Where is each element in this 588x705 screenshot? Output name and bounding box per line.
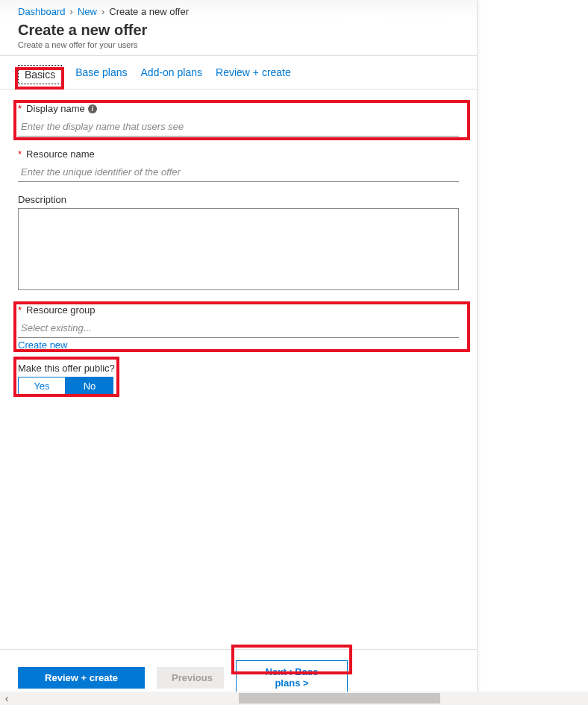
field-resource-name: * Resource name (18, 148, 459, 182)
scrollbar-thumb[interactable] (239, 693, 440, 704)
form-area: * Display name i * Resource name Descrip… (0, 90, 477, 649)
required-marker: * (18, 304, 22, 316)
tab-basics[interactable]: Basics (18, 65, 62, 84)
link-create-new-rg[interactable]: Create new (18, 339, 67, 351)
select-resource-group[interactable]: Select existing... (18, 319, 459, 338)
page-header: Create a new offer Create a new offer fo… (0, 19, 477, 56)
label-resource-name: Resource name (26, 148, 95, 160)
breadcrumb-sep: › (70, 6, 73, 17)
info-icon[interactable]: i (88, 104, 97, 113)
label-public: Make this offer public? (18, 363, 115, 374)
toggle-yes[interactable]: Yes (18, 377, 66, 395)
field-description: Description (18, 194, 459, 292)
breadcrumb-dashboard[interactable]: Dashboard (18, 6, 66, 17)
label-resource-group: Resource group (26, 304, 96, 316)
toggle-no[interactable]: No (66, 377, 113, 395)
label-description: Description (18, 194, 66, 205)
required-marker: * (18, 148, 22, 160)
button-review-create[interactable]: Review + create (18, 667, 145, 689)
field-resource-group: * Resource group Select existing... Crea… (18, 304, 459, 351)
tab-base-plans[interactable]: Base plans (75, 66, 127, 89)
tabs: Basics Base plans Add-on plans Review + … (0, 56, 477, 90)
required-marker: * (18, 103, 22, 114)
tab-review-create[interactable]: Review + create (216, 66, 291, 89)
horizontal-scrollbar[interactable]: ‹ (0, 692, 588, 705)
field-display-name: * Display name i (18, 103, 459, 137)
page-title: Create a new offer (18, 22, 459, 39)
scroll-left-icon[interactable]: ‹ (0, 692, 13, 704)
field-public-toggle: Make this offer public? Yes No (18, 363, 459, 395)
breadcrumb-current: Create a new offer (109, 6, 189, 17)
tab-addon-plans[interactable]: Add-on plans (141, 66, 203, 89)
button-next[interactable]: Next : Base plans > (236, 660, 348, 695)
page-subtitle: Create a new offer for your users (18, 40, 459, 49)
breadcrumb-new[interactable]: New (78, 6, 97, 17)
toggle-public: Yes No (18, 377, 459, 395)
input-resource-name[interactable] (18, 163, 459, 182)
breadcrumb: Dashboard › New › Create a new offer (0, 0, 477, 19)
label-display-name: Display name (26, 103, 85, 114)
breadcrumb-sep: › (101, 6, 104, 17)
button-previous: Previous (157, 667, 224, 689)
input-display-name[interactable] (18, 117, 459, 137)
input-description[interactable] (18, 208, 459, 290)
